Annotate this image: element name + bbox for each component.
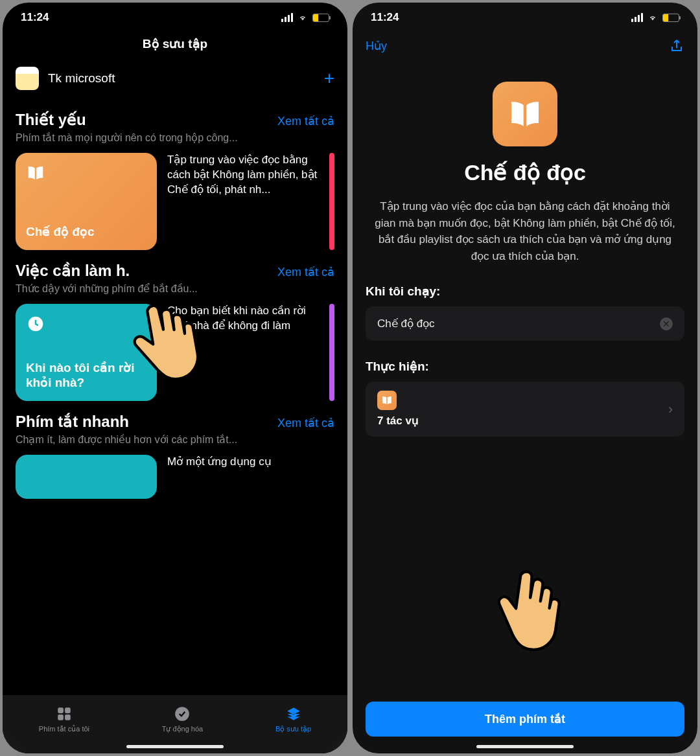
layers-icon	[285, 705, 302, 722]
section-title: Việc cần làm h.	[16, 262, 130, 280]
tasks-count: 7 tác vụ	[377, 414, 659, 428]
actions-field[interactable]: 7 tác vụ ›	[366, 382, 684, 437]
folder-name: Tk microsoft	[48, 71, 315, 86]
status-time: 11:24	[21, 11, 49, 24]
see-all-link[interactable]: Xem tất cả	[277, 416, 334, 430]
run-value: Chế độ đọc	[377, 317, 652, 330]
shortcut-description: Tập trung vào việc đọc của bạn bằng cách…	[353, 198, 697, 284]
shortcut-big-icon	[493, 82, 557, 146]
folder-row[interactable]: Tk microsoft +	[3, 60, 347, 99]
signal-icon	[281, 13, 293, 22]
clock-icon	[26, 314, 45, 334]
tab-label: Tự động hóa	[162, 725, 204, 733]
see-all-link[interactable]: Xem tất cả	[277, 114, 334, 128]
section-quick: Phím tắt nhanh Xem tất cả Chạm ít, làm đ…	[3, 401, 347, 504]
status-icons	[631, 13, 679, 22]
section-subtitle: Phím tắt mà mọi người nên có trong hộp c…	[16, 132, 334, 144]
section-todo: Việc cần làm h. Xem tất cả Thức dậy với …	[3, 250, 347, 401]
battery-icon	[312, 14, 329, 22]
do-label: Thực hiện:	[353, 359, 697, 374]
shortcut-card-leave-home[interactable]: Khi nào tôi cần rời khỏi nhà?	[16, 304, 157, 401]
wifi-icon	[297, 13, 309, 22]
home-indicator[interactable]	[476, 745, 574, 748]
top-actions: Hủy	[353, 30, 697, 62]
book-open-icon	[26, 163, 45, 183]
wifi-icon	[647, 13, 659, 22]
card-title: Chế độ đọc	[26, 225, 146, 240]
card-title: Khi nào tôi cần rời khỏi nhà?	[26, 361, 146, 391]
status-bar: 11:24	[3, 3, 347, 30]
run-label: Khi tôi chạy:	[353, 284, 697, 299]
tutorial-pointer-icon	[483, 563, 565, 656]
status-bar: 11:24	[353, 3, 697, 30]
book-open-icon	[377, 391, 397, 410]
status-icons	[281, 13, 329, 22]
add-button[interactable]: +	[324, 68, 334, 89]
page-title: Bộ sưu tập	[3, 30, 347, 60]
section-title: Thiết yếu	[16, 111, 86, 129]
section-essentials: Thiết yếu Xem tất cả Phím tắt mà mọi ngư…	[3, 99, 347, 250]
card-desc: Tập trung vào việc đọc bằng cách bật Khô…	[167, 153, 319, 250]
tab-label: Bộ sưu tập	[275, 725, 311, 733]
shortcut-card-reading-mode[interactable]: Chế độ đọc	[16, 153, 157, 250]
tab-gallery[interactable]: Bộ sưu tập	[275, 705, 311, 733]
right-phone: 11:24 Hủy Chế độ đọc Tập trung vào việc …	[353, 3, 697, 753]
cancel-button[interactable]: Hủy	[366, 39, 387, 53]
home-indicator[interactable]	[126, 745, 224, 748]
tab-label: Phím tắt của tôi	[39, 725, 89, 733]
chevron-right-icon: ›	[668, 401, 673, 418]
section-subtitle: Thức dậy với những phím để bắt đầu...	[16, 282, 334, 295]
tab-my-shortcuts[interactable]: Phím tắt của tôi	[39, 705, 89, 733]
book-open-icon	[507, 96, 543, 132]
edge-strip	[329, 153, 334, 250]
battery-icon	[662, 14, 679, 22]
signal-icon	[631, 13, 643, 22]
see-all-link[interactable]: Xem tất cả	[277, 265, 334, 279]
grid-icon	[56, 705, 73, 722]
section-subtitle: Chạm ít, làm được nhiều hơn với các phím…	[16, 433, 334, 446]
card-desc: Mở một ứng dụng cụ	[167, 455, 334, 499]
status-time: 11:24	[371, 11, 399, 24]
run-field[interactable]: Chế độ đọc ✕	[366, 306, 684, 341]
add-shortcut-button[interactable]: Thêm phím tắt	[366, 702, 684, 737]
share-icon[interactable]	[669, 38, 684, 54]
card-desc: Cho bạn biết khi nào cần rời khỏi nhà để…	[167, 304, 319, 401]
left-phone: 11:24 Bộ sưu tập Tk microsoft + Thiết yế…	[3, 3, 347, 753]
clear-icon[interactable]: ✕	[660, 317, 673, 330]
shortcut-card-partial[interactable]	[16, 455, 157, 499]
tab-automation[interactable]: Tự động hóa	[162, 705, 204, 733]
shortcut-title: Chế độ đọc	[353, 159, 697, 185]
check-icon	[174, 705, 191, 722]
section-title: Phím tắt nhanh	[16, 413, 129, 431]
edge-strip	[329, 304, 334, 401]
notes-icon	[16, 67, 39, 90]
